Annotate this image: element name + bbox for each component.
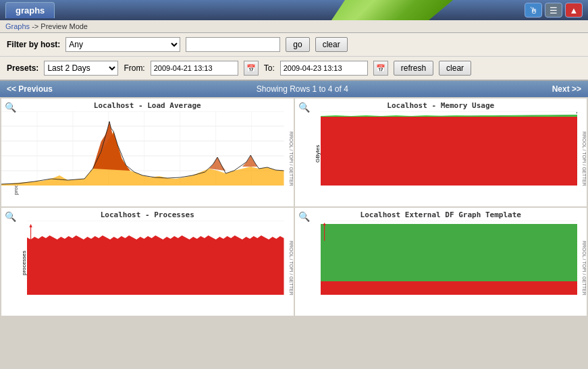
chart-title-load: Localhost - Load Average — [1, 98, 294, 111]
svg-rect-35 — [321, 117, 578, 186]
to-label: To: — [264, 63, 275, 73]
breadcrumb-link[interactable]: Graphs — [5, 22, 30, 30]
y-axis-df — [295, 221, 321, 308]
presets-label: Presets: — [7, 63, 38, 73]
to-date-input[interactable] — [280, 61, 368, 76]
from-label: From: — [124, 63, 144, 73]
cursor-icon-btn[interactable]: 🖱 — [525, 3, 542, 18]
filter-label: Filter by host: — [7, 40, 60, 49]
filter-bar: Filter by host: Any Localhost go clear — [0, 33, 588, 57]
chart-title-memory: Localhost - Memory Usage — [295, 98, 587, 111]
presets-clear-button[interactable]: clear — [439, 61, 471, 76]
filter-search-input[interactable] — [186, 37, 280, 52]
chart-title-df: Localhost External DF Graph Template — [295, 208, 587, 221]
host-select[interactable]: Any Localhost — [65, 37, 180, 52]
chart-icon-btn[interactable]: ▲ — [565, 3, 583, 18]
graphs-tab[interactable]: graphs — [5, 2, 55, 18]
processes-chart: 100 0 18:00 00:00 06:00 12:00 18:00 00:0… — [27, 221, 284, 295]
side-label-processes: RROOL / TOPI / GETTER — [284, 221, 294, 308]
zoom-icon-memory[interactable]: 🔍 — [298, 102, 311, 114]
chart-memory-usage: 🔍 Localhost - Memory Usage GBytes 1.0 G — [295, 98, 587, 206]
nav-bar: << Previous Showing Rows 1 to 4 of 4 Nex… — [0, 81, 588, 97]
df-chart: 100 G 0 18:00 00:00 06:00 12:00 18:00 00… — [321, 221, 578, 295]
zoom-icon-processes[interactable]: 🔍 — [5, 211, 17, 223]
chart-title-processes: Localhost - Processes — [1, 208, 294, 221]
from-date-input[interactable] — [151, 61, 238, 76]
chart-df-template: 🔍 Localhost External DF Graph Template — [295, 208, 587, 316]
breadcrumb-separator: -> — [32, 22, 38, 30]
filter-clear-button[interactable]: clear — [315, 37, 348, 52]
charts-grid: 🔍 Localhost - Load Average processes in … — [0, 97, 588, 317]
presets-select[interactable]: Last 2 Days Last Hour Last Day Last Week… — [44, 61, 118, 76]
y-axis-memory: GBytes — [295, 111, 321, 199]
menu-icon-btn[interactable]: ☰ — [545, 3, 562, 18]
from-calendar-icon[interactable]: 📅 — [244, 61, 259, 76]
chart-load-average: 🔍 Localhost - Load Average processes in … — [1, 98, 294, 206]
go-button[interactable]: go — [286, 37, 309, 52]
svg-marker-54 — [27, 235, 284, 295]
refresh-button[interactable]: refresh — [394, 61, 433, 76]
zoom-icon-load[interactable]: 🔍 — [5, 102, 17, 114]
top-bar: graphs 🖱 ☰ ▲ — [0, 0, 588, 20]
top-decoration — [331, 0, 453, 20]
chart-processes: 🔍 Localhost - Processes processes 100 — [1, 208, 294, 316]
breadcrumb-current: Preview Mode — [41, 22, 88, 30]
rows-info: Showing Rows 1 to 4 of 4 — [257, 84, 348, 94]
presets-bar: Presets: Last 2 Days Last Hour Last Day … — [0, 57, 588, 81]
svg-rect-72 — [321, 281, 578, 295]
to-calendar-icon[interactable]: 📅 — [373, 61, 388, 76]
side-label-memory: RROOL / TOPI / GETTER — [577, 111, 587, 199]
side-label-load: RROOL / TOPI / GETTER — [284, 111, 294, 199]
breadcrumb: Graphs -> Preview Mode — [0, 20, 588, 33]
load-average-chart: 0.8 0.6 0.4 0.2 0.0 18:00 00:00 06:00 12… — [1, 111, 284, 186]
svg-rect-71 — [321, 224, 578, 281]
prev-button[interactable]: << Previous — [7, 84, 53, 94]
memory-usage-chart: 1.0 G 0.0 18:00 00:00 06:00 12:00 18:00 … — [321, 111, 578, 186]
zoom-icon-df[interactable]: 🔍 — [298, 211, 311, 223]
top-icons: 🖱 ☰ ▲ — [525, 3, 583, 18]
side-label-df: RROOL / TOPI / GETTER — [577, 221, 587, 308]
next-button[interactable]: Next >> — [552, 84, 581, 94]
y-axis-processes: processes — [1, 221, 27, 308]
